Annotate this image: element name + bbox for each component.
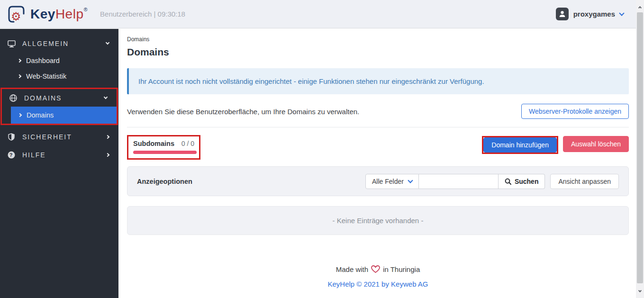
webserver-logs-button[interactable]: Webserver-Protokolle anzeigen bbox=[521, 104, 629, 119]
svg-text:?: ? bbox=[9, 152, 14, 158]
chevron-down-icon bbox=[106, 41, 109, 45]
search-button-label: Suchen bbox=[515, 178, 539, 185]
person-icon bbox=[558, 10, 566, 18]
sidebar-item-domains-active[interactable]: Domains bbox=[11, 107, 117, 124]
action-buttons: Domain hinzufügen Auswahl löschen bbox=[482, 136, 629, 154]
page-title: Domains bbox=[127, 46, 629, 58]
search-area: Alle Felder Suchen Ansicht anpassen bbox=[365, 174, 619, 189]
heart-icon bbox=[371, 265, 380, 273]
username-label: proxygames bbox=[573, 10, 615, 18]
sidebar-section-label: SICHERHEIT bbox=[22, 133, 106, 141]
field-select[interactable]: Alle Felder bbox=[365, 174, 419, 189]
sidebar-item-label: Dashboard bbox=[26, 57, 60, 64]
chevron-right-icon bbox=[18, 74, 21, 78]
chevron-right-icon bbox=[18, 113, 22, 117]
keyhelp-logo-icon: ⚙ bbox=[7, 4, 27, 24]
sidebar-item-dashboard[interactable]: Dashboard bbox=[0, 53, 118, 68]
quota-row: Subdomains 0 / 0 Domain hinzufügen Auswa… bbox=[127, 135, 629, 160]
quota-progress-bar bbox=[133, 151, 197, 154]
intro-text: Verwenden Sie diese Benutzeroberfläche, … bbox=[127, 108, 359, 116]
scrollbar-thumb[interactable] bbox=[637, 12, 643, 283]
empty-state-text: - Keine Einträge vorhanden - bbox=[333, 217, 424, 225]
chevron-down-icon bbox=[104, 95, 108, 99]
location-text: in Thuringia bbox=[383, 265, 420, 273]
topbar: ⚙ KeyHelp® Benutzerbereich | 09:30:18 pr… bbox=[0, 0, 636, 28]
sidebar-section-label: HILFE bbox=[22, 151, 106, 159]
sidebar-item-label: Domains bbox=[27, 111, 54, 119]
scrollbar-down-arrow[interactable] bbox=[636, 287, 644, 295]
quota-value: 0 / 0 bbox=[181, 140, 194, 147]
sidebar-section-label: ALLGEMEIN bbox=[22, 40, 106, 47]
search-group: Alle Felder Suchen bbox=[365, 174, 545, 189]
annotation-box-subdomains: Subdomains 0 / 0 bbox=[127, 135, 200, 160]
empty-state-panel: - Keine Einträge vorhanden - bbox=[127, 206, 629, 235]
keyhelp-logo-text: KeyHelp® bbox=[30, 7, 88, 22]
annotation-box-add-domain: Domain hinzufügen bbox=[482, 136, 558, 154]
monitor-icon bbox=[6, 40, 17, 47]
footer: Made with in Thuringia KeyHelp © 2021 by… bbox=[127, 265, 629, 288]
sidebar: ALLGEMEIN Dashboard Web-Statistik DOMAIN… bbox=[0, 29, 118, 298]
search-icon bbox=[505, 178, 511, 185]
intro-row: Verwenden Sie diese Benutzeroberfläche, … bbox=[127, 104, 629, 119]
sidebar-section-sicherheit[interactable]: SICHERHEIT bbox=[0, 128, 118, 146]
copyright-link[interactable]: KeyHelp © 2021 by Keyweb AG bbox=[327, 280, 428, 288]
info-alert-text: Ihr Account ist noch nicht vollständig e… bbox=[138, 77, 484, 85]
area-and-clock: Benutzerbereich | 09:30:18 bbox=[100, 10, 185, 18]
user-avatar bbox=[556, 8, 569, 20]
sidebar-section-label: DOMAINS bbox=[24, 94, 104, 102]
search-button[interactable]: Suchen bbox=[499, 174, 545, 189]
display-options-label: Anzeigeoptionen bbox=[137, 178, 192, 185]
search-input[interactable] bbox=[419, 174, 499, 189]
sidebar-item-web-statistik[interactable]: Web-Statistik bbox=[0, 68, 118, 84]
customize-view-button[interactable]: Ansicht anpassen bbox=[550, 174, 619, 189]
sidebar-section-hilfe[interactable]: ? HILFE bbox=[0, 146, 118, 164]
chevron-right-icon bbox=[106, 153, 109, 157]
display-options-panel: Anzeigeoptionen Alle Felder Suchen bbox=[127, 166, 629, 196]
scrollbar-up-arrow[interactable] bbox=[636, 3, 644, 11]
shield-icon bbox=[6, 133, 17, 141]
breadcrumb[interactable]: Domains bbox=[127, 36, 629, 43]
add-domain-button[interactable]: Domain hinzufügen bbox=[483, 137, 557, 153]
keyhelp-logo[interactable]: ⚙ KeyHelp® bbox=[7, 4, 88, 24]
chevron-down-icon bbox=[408, 178, 413, 183]
quota-label: Subdomains bbox=[133, 140, 174, 147]
info-alert: Ihr Account ist noch nicht vollständig e… bbox=[127, 68, 629, 94]
subdomains-quota: Subdomains 0 / 0 bbox=[133, 140, 194, 147]
delete-selection-button[interactable]: Auswahl löschen bbox=[563, 136, 629, 152]
main-content: Domains Domains Ihr Account ist noch nic… bbox=[118, 29, 636, 298]
keyhelp-page: ⚙ KeyHelp® Benutzerbereich | 09:30:18 pr… bbox=[0, 0, 644, 298]
sidebar-item-label: Web-Statistik bbox=[26, 72, 66, 80]
gear-icon: ⚙ bbox=[11, 11, 21, 22]
made-with-text: Made with bbox=[336, 265, 368, 273]
chevron-right-icon bbox=[18, 58, 21, 62]
field-select-value: Alle Felder bbox=[372, 178, 404, 185]
divider bbox=[127, 127, 629, 127]
vertical-scrollbar[interactable] bbox=[636, 0, 644, 298]
globe-icon bbox=[8, 94, 18, 102]
chevron-right-icon bbox=[106, 135, 109, 139]
sidebar-section-domains[interactable]: DOMAINS bbox=[2, 89, 117, 107]
sidebar-section-allgemein[interactable]: ALLGEMEIN bbox=[0, 35, 118, 53]
question-icon: ? bbox=[6, 151, 17, 159]
made-with-line: Made with in Thuringia bbox=[336, 265, 420, 273]
annotation-box-domains-section: DOMAINS Domains bbox=[0, 88, 118, 125]
user-menu[interactable]: proxygames bbox=[556, 8, 624, 20]
chevron-down-icon bbox=[619, 10, 624, 16]
